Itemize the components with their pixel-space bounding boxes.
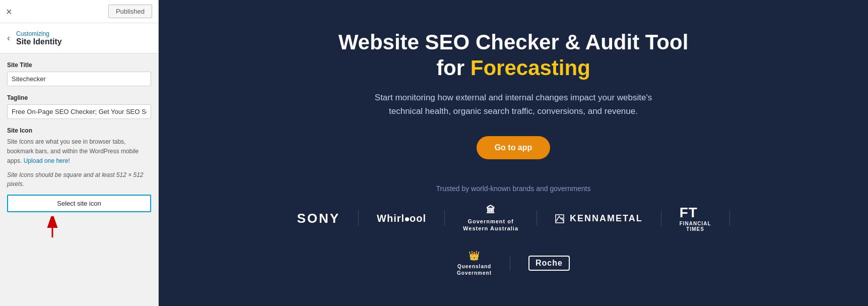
brand-divider — [358, 211, 359, 226]
brand-divider — [444, 211, 445, 226]
breadcrumb-bar: ‹ Customizing Site Identity — [0, 23, 158, 53]
brand-queensland: 👑 QueenslandGovernment — [457, 250, 492, 276]
top-bar: × Published — [0, 0, 158, 23]
breadcrumb: Customizing Site Identity — [16, 30, 62, 46]
brand-ft: FT FINANCIALTIMES — [680, 205, 711, 232]
breadcrumb-parent: Customizing — [16, 30, 62, 37]
upload-link[interactable]: Upload one here! — [24, 157, 70, 164]
brand-divider — [729, 211, 730, 226]
hero-subtitle: Start monitoring how external and intern… — [367, 91, 659, 118]
brand-divider — [537, 211, 537, 226]
hero-title: Website SEO Checker & Audit Tool for For… — [339, 30, 689, 81]
tagline-group: Tagline — [7, 94, 151, 119]
site-title-input[interactable] — [7, 72, 151, 86]
site-title-group: Site Title — [7, 62, 151, 86]
brand-divider — [661, 211, 661, 226]
tagline-input[interactable] — [7, 104, 151, 119]
preview-panel: Website SEO Checker & Audit Tool for For… — [159, 0, 868, 306]
tagline-label: Tagline — [7, 94, 151, 101]
hero-section: Website SEO Checker & Audit Tool for For… — [339, 30, 689, 185]
arrow-indicator — [7, 216, 151, 239]
brand-roche: Roche — [528, 256, 570, 271]
hero-highlight: Forecasting — [471, 56, 590, 80]
select-site-icon-button[interactable]: Select site icon — [7, 195, 151, 212]
site-icon-label: Site Icon — [7, 127, 151, 134]
customizer-panel: × Published ‹ Customizing Site Identity … — [0, 0, 159, 306]
site-icon-description: Site Icons are what you see in browser t… — [7, 137, 151, 166]
site-icon-group: Site Icon Site Icons are what you see in… — [7, 127, 151, 239]
cta-button[interactable]: Go to app — [477, 136, 551, 159]
red-arrow-svg — [37, 216, 68, 239]
back-button[interactable]: ‹ — [4, 31, 13, 45]
panel-content: Site Title Tagline Site Icon Site Icons … — [0, 53, 158, 306]
brands-row: SONY Whirlool 🏛 Government ofWestern Aus… — [287, 205, 740, 276]
trusted-label: Trusted by world-known brands and govern… — [287, 185, 740, 193]
brand-sony: SONY — [297, 211, 340, 226]
site-title-label: Site Title — [7, 62, 151, 69]
site-icon-size-note: Site Icons should be square and at least… — [7, 170, 151, 189]
brand-whirlpool: Whirlool — [377, 213, 426, 224]
breadcrumb-title: Site Identity — [16, 37, 62, 46]
trusted-section: Trusted by world-known brands and govern… — [287, 185, 740, 276]
close-button[interactable]: × — [6, 7, 12, 17]
brand-divider — [510, 256, 510, 271]
brand-kennametal: KENNAMETAL — [555, 213, 643, 224]
brand-govt-wa: 🏛 Government ofWestern Australia — [463, 205, 518, 232]
published-button[interactable]: Published — [108, 5, 152, 18]
